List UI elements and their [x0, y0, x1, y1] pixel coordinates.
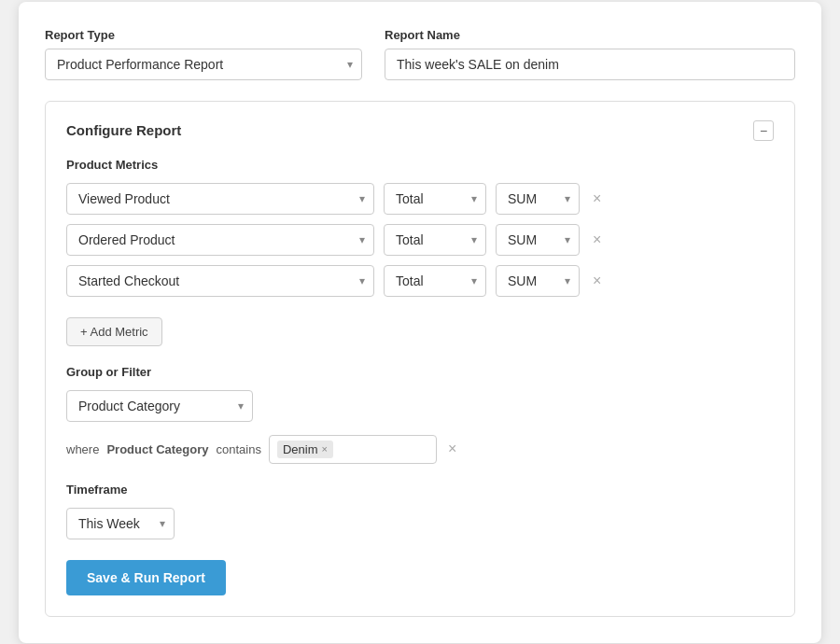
ordered-product-agg-wrapper: Total Unique ▾: [384, 224, 486, 256]
report-type-select-wrapper: Product Performance Report Other Report …: [45, 49, 362, 80]
started-checkout-func-wrapper: SUM AVG COUNT ▾: [496, 265, 580, 297]
configure-card: Configure Report − Product Metrics Viewe…: [45, 101, 795, 617]
viewed-product-select[interactable]: Viewed Product Ordered Product Started C…: [66, 183, 374, 215]
metric-row-ordered-product: Viewed Product Ordered Product Started C…: [66, 224, 774, 256]
add-metric-button[interactable]: + Add Metric: [66, 317, 162, 346]
where-bold-text: Product Category: [106, 442, 208, 456]
report-name-group: Report Name: [385, 28, 795, 80]
collapse-button[interactable]: −: [753, 120, 774, 141]
ordered-product-remove-button[interactable]: ×: [589, 231, 605, 249]
product-metrics-label: Product Metrics: [66, 158, 774, 172]
started-checkout-agg-wrapper: Total Unique ▾: [384, 265, 486, 297]
report-name-label: Report Name: [385, 28, 795, 42]
ordered-product-agg-select[interactable]: Total Unique: [384, 224, 486, 256]
group-filter-select-wrapper: Product Category Product Name Product Pr…: [66, 390, 253, 422]
timeframe-section: Timeframe This Week Last Week This Month…: [66, 483, 774, 539]
top-row: Report Type Product Performance Report O…: [45, 28, 795, 80]
timeframe-select-wrapper: This Week Last Week This Month Last Mont…: [66, 508, 175, 539]
metric-row-started-checkout: Viewed Product Ordered Product Started C…: [66, 265, 774, 297]
denim-tag-value: Denim: [283, 442, 318, 456]
started-checkout-select[interactable]: Viewed Product Ordered Product Started C…: [66, 265, 374, 297]
tag-input-container[interactable]: Denim ×: [269, 435, 437, 464]
ordered-product-func-select[interactable]: SUM AVG COUNT: [496, 224, 580, 256]
viewed-product-func-select[interactable]: SUM AVG COUNT: [496, 183, 580, 215]
viewed-product-agg-select[interactable]: Total Unique: [384, 183, 486, 215]
where-suffix-text: contains: [217, 442, 261, 456]
ordered-product-select-wrapper: Viewed Product Ordered Product Started C…: [66, 224, 374, 256]
configure-title: Configure Report: [66, 122, 181, 138]
where-prefix-text: where: [66, 442, 99, 456]
group-filter-select[interactable]: Product Category Product Name Product Pr…: [66, 390, 253, 422]
viewed-product-func-wrapper: SUM AVG COUNT ▾: [496, 183, 580, 215]
ordered-product-func-wrapper: SUM AVG COUNT ▾: [496, 224, 580, 256]
report-type-label: Report Type: [45, 28, 362, 42]
denim-tag-remove-icon[interactable]: ×: [322, 443, 328, 455]
metric-row-viewed-product: Viewed Product Ordered Product Started C…: [66, 183, 774, 215]
collapse-icon: −: [760, 123, 767, 138]
denim-tag: Denim ×: [277, 441, 333, 458]
viewed-product-select-wrapper: Viewed Product Ordered Product Started C…: [66, 183, 374, 215]
started-checkout-remove-button[interactable]: ×: [589, 272, 605, 290]
group-filter-row: Product Category Product Name Product Pr…: [66, 390, 774, 422]
report-type-select[interactable]: Product Performance Report Other Report: [45, 49, 362, 80]
report-type-group: Report Type Product Performance Report O…: [45, 28, 362, 80]
started-checkout-agg-select[interactable]: Total Unique: [384, 265, 486, 297]
ordered-product-select[interactable]: Viewed Product Ordered Product Started C…: [66, 224, 374, 256]
save-run-button[interactable]: Save & Run Report: [66, 560, 226, 595]
where-row: where Product Category contains Denim × …: [66, 435, 774, 464]
where-row-remove-button[interactable]: ×: [444, 440, 460, 458]
viewed-product-remove-button[interactable]: ×: [589, 189, 605, 208]
started-checkout-select-wrapper: Viewed Product Ordered Product Started C…: [66, 265, 374, 297]
timeframe-select[interactable]: This Week Last Week This Month Last Mont…: [66, 508, 175, 539]
group-filter-label: Group or Filter: [66, 365, 774, 379]
report-name-input[interactable]: [385, 49, 795, 80]
started-checkout-func-select[interactable]: SUM AVG COUNT: [496, 265, 580, 297]
timeframe-label: Timeframe: [66, 483, 774, 497]
viewed-product-agg-wrapper: Total Unique ▾: [384, 183, 486, 215]
main-card: Report Type Product Performance Report O…: [19, 2, 821, 643]
configure-header: Configure Report −: [66, 120, 774, 141]
